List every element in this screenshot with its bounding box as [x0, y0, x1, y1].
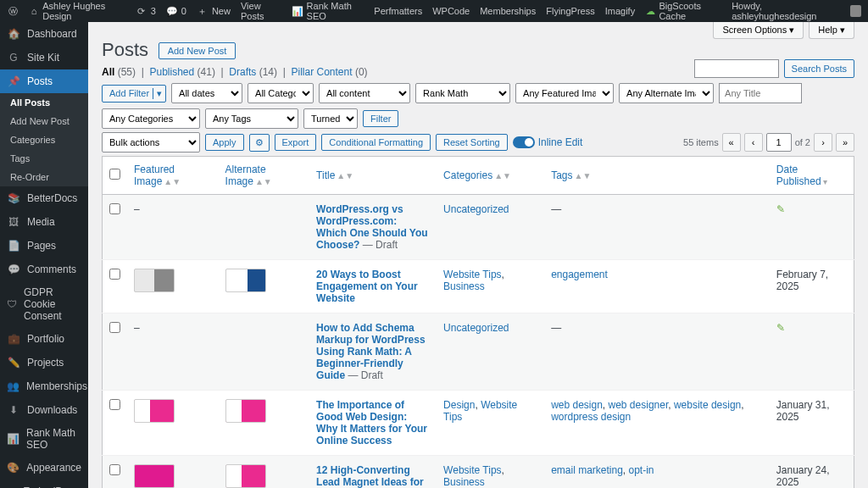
page-last-button[interactable]: » [836, 133, 854, 152]
row-checkbox[interactable] [109, 399, 120, 410]
any-tags-select[interactable]: Any Tags [205, 108, 298, 129]
post-title-link[interactable]: 20 Ways to Boost Engagement on Your Webs… [316, 269, 418, 304]
sidebar-item-dashboard[interactable]: 🏠Dashboard [0, 22, 88, 46]
col-featured[interactable]: Featured Image▲▼ [127, 157, 219, 195]
inline-edit-toggle[interactable]: Inline Edit [513, 136, 583, 148]
alternate-thumb[interactable] [225, 269, 266, 292]
select-all-checkbox[interactable] [109, 169, 120, 180]
submenu-item[interactable]: Tags [0, 149, 88, 168]
adminbar-wpcode[interactable]: WPCode [432, 6, 470, 16]
featured-thumb[interactable] [134, 464, 175, 488]
col-title[interactable]: Title▲▼ [309, 157, 437, 195]
col-tags[interactable]: Tags▲▼ [544, 157, 770, 195]
adminbar-rankmath[interactable]: 📊Rank Math SEO [292, 1, 364, 21]
rankmath-select[interactable]: Rank Math [415, 83, 510, 103]
search-input[interactable] [694, 59, 779, 78]
turned-off-select[interactable]: Turned Off [303, 108, 358, 129]
tag-link[interactable]: opt-in [629, 464, 654, 476]
sidebar-item-memberships[interactable]: 👥Memberships [0, 374, 88, 398]
row-checkbox[interactable] [109, 269, 120, 280]
category-link[interactable]: Business [443, 280, 485, 292]
settings-icon-button[interactable]: ⚙ [249, 134, 270, 152]
row-checkbox[interactable] [109, 322, 120, 333]
sidebar-item-appearance[interactable]: 🎨Appearance [0, 456, 88, 480]
conditional-formatting-button[interactable]: Conditional Formatting [321, 134, 431, 151]
sidebar-item-betterdocs[interactable]: 📚BetterDocs [0, 186, 88, 210]
submenu-item[interactable]: Add New Post [0, 112, 88, 130]
sidebar-item-pages[interactable]: 📄Pages [0, 234, 88, 258]
filter-button[interactable]: Filter [363, 110, 398, 127]
sidebar-item-projects[interactable]: ✏️Projects [0, 351, 88, 374]
sidebar-item-site-kit[interactable]: GSite Kit [0, 46, 88, 69]
updates-link[interactable]: ⟳3 [136, 5, 156, 17]
alternate-thumb[interactable] [225, 399, 266, 423]
category-link[interactable]: Website Tips [443, 464, 501, 476]
alternate-image-select[interactable]: Any Alternate Image [619, 83, 714, 103]
title-filter-input[interactable] [719, 83, 802, 103]
export-button[interactable]: Export [275, 134, 317, 151]
submenu-item[interactable]: Re-Order [0, 168, 88, 186]
post-title-link[interactable]: The Importance of Good Web Design: Why I… [316, 399, 427, 446]
col-date[interactable]: Date Published▾ [770, 157, 854, 195]
tag-link[interactable]: wordpress design [551, 411, 631, 423]
sidebar-item-rank-math-seo[interactable]: 📊Rank Math SEO [0, 422, 88, 456]
row-checkbox[interactable] [109, 464, 120, 475]
add-new-post-button[interactable]: Add New Post [159, 42, 236, 59]
row-checkbox[interactable] [109, 203, 120, 214]
category-link[interactable]: Uncategorized [443, 322, 509, 334]
view-drafts[interactable]: Drafts [229, 66, 256, 78]
view-pillar[interactable]: Pillar Content [292, 66, 353, 78]
dates-select[interactable]: All dates [171, 83, 242, 103]
view-all[interactable]: All [102, 66, 114, 78]
category-link[interactable]: Business [443, 476, 485, 488]
sidebar-item-gdpr-cookie-consent[interactable]: 🛡GDPR Cookie Consent [0, 281, 88, 327]
col-alternate[interactable]: Alternate Image▲▼ [219, 157, 310, 195]
sidebar-item-portfolio[interactable]: 💼Portfolio [0, 327, 88, 351]
tag-link[interactable]: engagement [551, 269, 608, 280]
wordpress-logo[interactable]: ⓦ [7, 5, 19, 17]
tag-link[interactable]: email marketing [551, 464, 623, 476]
sidebar-item-downloads[interactable]: ⬇Downloads [0, 398, 88, 422]
search-button[interactable]: Search Posts [784, 59, 854, 78]
pencil-icon[interactable]: ✎ [776, 203, 785, 215]
content-select[interactable]: All content [319, 83, 410, 103]
help-button[interactable]: Help ▾ [809, 22, 854, 39]
featured-thumb[interactable] [134, 269, 175, 292]
sidebar-item-embedpress[interactable]: ▶EmbedPress [0, 480, 88, 488]
howdy-link[interactable]: Howdy, ashleyhughesdesign [732, 1, 843, 21]
post-title-link[interactable]: 12 High-Converting Lead Magnet Ideas for… [316, 464, 424, 488]
reset-sorting-button[interactable]: Reset Sorting [436, 134, 508, 151]
page-first-button[interactable]: « [722, 133, 741, 152]
page-current[interactable] [766, 133, 792, 152]
add-filter-button[interactable]: Add Filter▾ [102, 85, 166, 103]
category-link[interactable]: Website Tips [443, 269, 501, 280]
sidebar-item-comments[interactable]: 💬Comments [0, 258, 88, 281]
adminbar-perfmatters[interactable]: Perfmatters [374, 6, 422, 16]
col-categories[interactable]: Categories▲▼ [437, 157, 544, 195]
adminbar-imagify[interactable]: Imagify [605, 6, 635, 16]
site-name-link[interactable]: ⌂Ashley Hughes Design [29, 1, 125, 21]
adminbar-viewposts[interactable]: View Posts [241, 1, 281, 21]
tag-link[interactable]: web design [551, 399, 603, 411]
tag-link[interactable]: website design [674, 399, 741, 411]
view-published[interactable]: Published [149, 66, 194, 78]
adminbar-flyingpress[interactable]: FlyingPress [546, 6, 594, 16]
bulk-actions-select[interactable]: Bulk actions [102, 132, 200, 152]
categories-select[interactable]: All Categories [248, 83, 314, 103]
featured-image-select[interactable]: Any Featured Image [515, 83, 614, 103]
any-categories-select[interactable]: Any Categories [102, 108, 200, 129]
adminbar-bigscoots[interactable]: ☁BigScoots Cache [645, 1, 721, 21]
alternate-thumb[interactable] [225, 464, 266, 488]
page-prev-button[interactable]: ‹ [744, 133, 763, 152]
comments-link[interactable]: 💬0 [166, 5, 186, 17]
screen-options-button[interactable]: Screen Options ▾ [713, 22, 804, 39]
sidebar-item-media[interactable]: 🖼Media [0, 210, 88, 234]
category-link[interactable]: Uncategorized [443, 203, 509, 215]
adminbar-memberships[interactable]: Memberships [480, 6, 536, 16]
submenu-item[interactable]: All Posts [0, 93, 88, 112]
category-link[interactable]: Design [443, 399, 475, 411]
avatar[interactable] [850, 5, 861, 17]
sidebar-item-posts[interactable]: 📌Posts [0, 69, 88, 93]
tag-link[interactable]: web designer [609, 399, 669, 411]
submenu-item[interactable]: Categories [0, 130, 88, 149]
